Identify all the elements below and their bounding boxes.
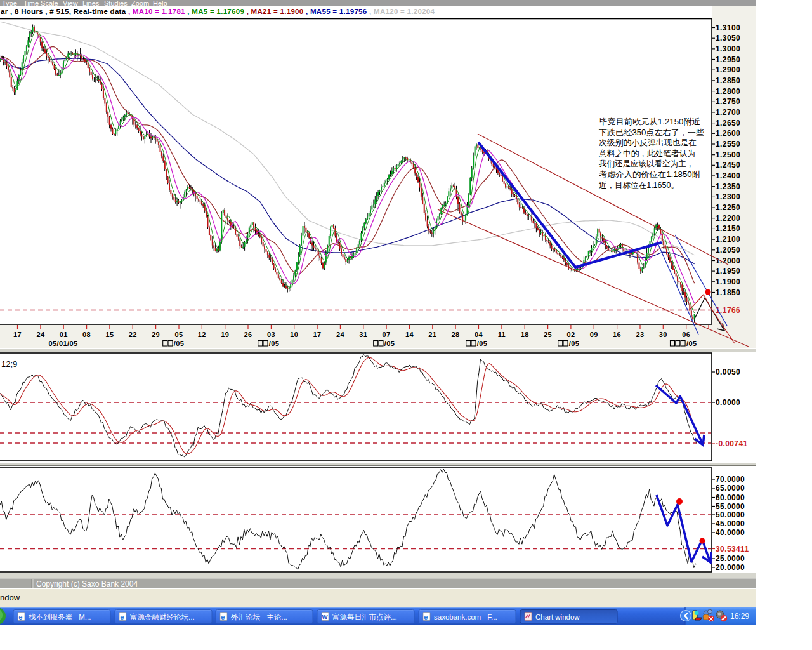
svg-text:16:29: 16:29	[730, 612, 749, 621]
svg-text:55.0000: 55.0000	[716, 502, 745, 511]
svg-text:/05: /05	[686, 340, 697, 347]
svg-text:60.0000: 60.0000	[716, 493, 745, 502]
svg-text:08: 08	[82, 331, 91, 338]
svg-text:1.2550: 1.2550	[716, 140, 740, 149]
svg-text:10: 10	[290, 331, 298, 338]
svg-text:1.2150: 1.2150	[716, 224, 740, 233]
svg-text:30: 30	[659, 331, 667, 338]
svg-text:1.2800: 1.2800	[716, 87, 740, 96]
svg-text:Studies: Studies	[104, 0, 128, 7]
svg-text:16: 16	[613, 331, 621, 338]
svg-text:e: e	[221, 613, 225, 621]
svg-text:/05: /05	[384, 340, 395, 347]
svg-text:/05: /05	[477, 340, 488, 347]
svg-text:ndow: ndow	[0, 593, 20, 602]
svg-text:1.1950: 1.1950	[716, 267, 740, 275]
svg-text:18: 18	[521, 331, 529, 338]
svg-text:1.1850: 1.1850	[716, 288, 740, 297]
svg-text:11: 11	[498, 331, 506, 338]
svg-text:1.3050: 1.3050	[716, 34, 740, 43]
svg-text:Type: Type	[2, 0, 17, 7]
svg-text:1.2600: 1.2600	[716, 129, 740, 138]
svg-text:25.0000: 25.0000	[716, 554, 745, 563]
svg-text:1.2700: 1.2700	[716, 108, 740, 117]
svg-text:W: W	[322, 613, 328, 620]
svg-text:1.2450: 1.2450	[716, 161, 740, 169]
svg-text:28: 28	[452, 331, 460, 338]
svg-text:Zoom: Zoom	[131, 0, 149, 7]
svg-text:ar , 8 Hours , # 515, Real-tim: ar , 8 Hours , # 515, Real-time data , M…	[1, 8, 435, 15]
svg-text:Help: Help	[153, 0, 167, 7]
svg-text:富源金融财经论坛...: 富源金融财经论坛...	[130, 613, 195, 621]
svg-text:1.1900: 1.1900	[716, 277, 740, 286]
svg-text:/05: /05	[174, 340, 185, 347]
svg-text:12;9: 12;9	[1, 359, 17, 369]
svg-text:Time Scale: Time Scale	[23, 0, 58, 7]
svg-text:Lines: Lines	[82, 0, 100, 7]
svg-text:Chart window: Chart window	[535, 613, 580, 621]
svg-text:15: 15	[105, 331, 114, 338]
svg-text:1.2750: 1.2750	[716, 97, 740, 106]
svg-text:e: e	[18, 613, 22, 621]
svg-text:02: 02	[566, 331, 575, 338]
svg-text:1.2350: 1.2350	[716, 182, 740, 191]
svg-text:07: 07	[383, 331, 391, 338]
svg-text:/05: /05	[269, 340, 280, 347]
svg-text:1.2300: 1.2300	[716, 192, 740, 201]
svg-text:65.0000: 65.0000	[716, 484, 745, 493]
svg-text:26: 26	[244, 331, 252, 338]
svg-text:12: 12	[198, 331, 206, 338]
svg-text:e: e	[424, 613, 428, 621]
svg-text:20.0000: 20.0000	[716, 563, 745, 572]
svg-text:找不到服务器 - M...: 找不到服务器 - M...	[28, 613, 91, 621]
svg-text:23: 23	[636, 331, 644, 338]
svg-text:05/01/05: 05/01/05	[48, 340, 77, 347]
svg-text:意料之中的，此处笔者认为: 意料之中的，此处笔者认为	[598, 149, 695, 158]
svg-text:1.2250: 1.2250	[716, 203, 740, 212]
svg-text:22: 22	[129, 331, 137, 338]
svg-text:1.3000: 1.3000	[716, 44, 740, 53]
svg-text:50.0000: 50.0000	[716, 510, 745, 519]
svg-text:14: 14	[405, 331, 414, 338]
svg-text:04: 04	[475, 331, 483, 338]
svg-text:25: 25	[544, 331, 552, 338]
svg-text:次级别的小反弹出现也是在: 次级别的小反弹出现也是在	[599, 138, 697, 147]
svg-text:saxobank.com - F...: saxobank.com - F...	[434, 613, 497, 621]
svg-text:1.2200: 1.2200	[716, 214, 740, 223]
svg-text:1.3100: 1.3100	[716, 23, 740, 32]
svg-text:View: View	[63, 0, 78, 7]
svg-text:09: 09	[590, 331, 598, 338]
svg-text:1.2950: 1.2950	[716, 55, 740, 64]
svg-text:17: 17	[13, 331, 22, 338]
svg-text:Copyright (c) Saxo Bank 2004: Copyright (c) Saxo Bank 2004	[36, 580, 138, 588]
svg-text:考虑介入的价位在1.1850附: 考虑介入的价位在1.1850附	[599, 170, 701, 179]
svg-text:-0.00741: -0.00741	[716, 439, 748, 448]
svg-text:1.2500: 1.2500	[716, 150, 740, 159]
svg-text:17: 17	[313, 331, 322, 338]
svg-text:30.53411: 30.53411	[716, 545, 749, 554]
svg-text:下跌已经350点左右了，一些: 下跌已经350点左右了，一些	[599, 128, 705, 137]
svg-text:24: 24	[336, 331, 345, 338]
svg-text:1.2900: 1.2900	[716, 65, 740, 74]
svg-text:1.1766: 1.1766	[716, 306, 740, 315]
svg-text:0.0000: 0.0000	[716, 398, 740, 407]
svg-text:1.2100: 1.2100	[716, 235, 740, 244]
svg-text:1.2850: 1.2850	[716, 76, 740, 85]
svg-text:05: 05	[174, 331, 183, 338]
svg-text:29: 29	[152, 331, 160, 338]
svg-text:24: 24	[36, 331, 45, 338]
svg-text:0.0050: 0.0050	[716, 368, 740, 376]
svg-text:21: 21	[428, 331, 436, 338]
svg-text:近，目标位在1.1650。: 近，目标位在1.1650。	[599, 181, 679, 190]
svg-text:70.0000: 70.0000	[716, 475, 745, 484]
svg-text:1.2050: 1.2050	[716, 246, 740, 255]
svg-text:1.2650: 1.2650	[716, 119, 740, 128]
svg-text:19: 19	[221, 331, 229, 338]
svg-text:06: 06	[682, 331, 690, 338]
svg-text:我们还是应该以看空为主，: 我们还是应该以看空为主，	[598, 159, 694, 168]
svg-text:01: 01	[60, 331, 68, 338]
svg-text:40.0000: 40.0000	[716, 528, 745, 537]
svg-text:外汇论坛 - 主论...: 外汇论坛 - 主论...	[230, 613, 287, 621]
svg-text:1.2000: 1.2000	[716, 256, 740, 265]
svg-text:03: 03	[267, 331, 275, 338]
